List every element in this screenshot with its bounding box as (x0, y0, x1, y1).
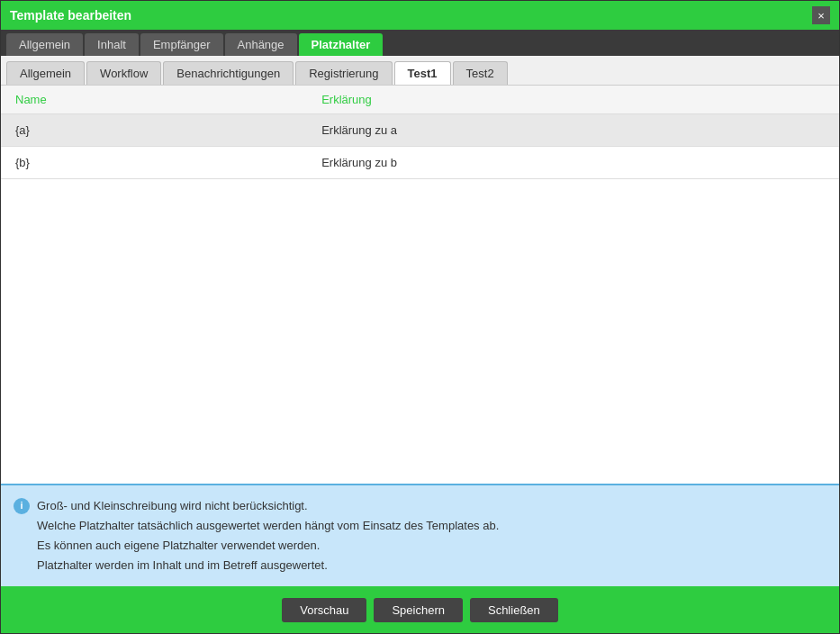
info-icon: i (14, 498, 30, 514)
sub-tab-test2[interactable]: Test2 (453, 61, 508, 85)
dialog-titlebar: Template bearbeiten × (1, 1, 839, 30)
info-box: i Groß- und Kleinschreibung wird nicht b… (1, 484, 839, 586)
content-area: NameErklärung {a}Erklärung zu a{b}Erklär… (1, 86, 839, 586)
table-row: {b}Erklärung zu b (1, 147, 839, 179)
sub-tab-registrierung[interactable]: Registrierung (295, 61, 392, 85)
cell-name: {a} (1, 114, 307, 147)
table-body: {a}Erklärung zu a{b}Erklärung zu b (1, 114, 839, 179)
footer: Vorschau Speichern Schließen (1, 586, 839, 633)
dialog-title: Template bearbeiten (10, 8, 131, 23)
table-row: {a}Erklärung zu a (1, 114, 839, 147)
top-tab-empfänger[interactable]: Empfänger (140, 33, 223, 56)
sub-tab-allgemein[interactable]: Allgemein (6, 61, 85, 85)
info-line: Platzhalter werden im Inhalt und im Betr… (37, 556, 825, 575)
sub-tab-test1[interactable]: Test1 (394, 61, 451, 85)
top-tabs: AllgemeinInhaltEmpfängerAnhängePlatzhalt… (1, 30, 839, 56)
dialog: Template bearbeiten × AllgemeinInhaltEmp… (0, 0, 840, 634)
cell-name: {b} (1, 147, 307, 179)
cell-erklaerung: Erklärung zu b (307, 147, 839, 179)
save-button[interactable]: Speichern (374, 598, 463, 622)
info-line: Welche Platzhalter tatsächlich ausgewert… (37, 516, 825, 536)
sub-tab-benachrichtigungen[interactable]: Benachrichtigungen (163, 61, 294, 85)
cell-erklaerung: Erklärung zu a (307, 114, 839, 147)
top-tab-anhänge[interactable]: Anhänge (225, 33, 297, 56)
table-area: NameErklärung {a}Erklärung zu a{b}Erklär… (1, 86, 839, 484)
col-header-name: Name (1, 86, 307, 114)
close-button[interactable]: Schließen (470, 598, 558, 622)
top-tab-inhalt[interactable]: Inhalt (85, 33, 139, 56)
placeholder-table: NameErklärung {a}Erklärung zu a{b}Erklär… (1, 86, 839, 179)
sub-tab-workflow[interactable]: Workflow (86, 61, 161, 85)
col-header-erklaerung: Erklärung (307, 86, 839, 114)
info-lines: Groß- und Kleinschreibung wird nicht ber… (37, 496, 825, 575)
top-tab-platzhalter[interactable]: Platzhalter (299, 33, 384, 56)
dialog-close-button[interactable]: × (812, 6, 830, 24)
info-line: Groß- und Kleinschreibung wird nicht ber… (37, 496, 825, 516)
preview-button[interactable]: Vorschau (282, 598, 366, 622)
sub-tabs: AllgemeinWorkflowBenachrichtigungenRegis… (1, 56, 839, 86)
info-line: Es können auch eigene Platzhalter verwen… (37, 536, 825, 556)
table-header: NameErklärung (1, 86, 839, 114)
top-tab-allgemein[interactable]: Allgemein (6, 33, 83, 56)
